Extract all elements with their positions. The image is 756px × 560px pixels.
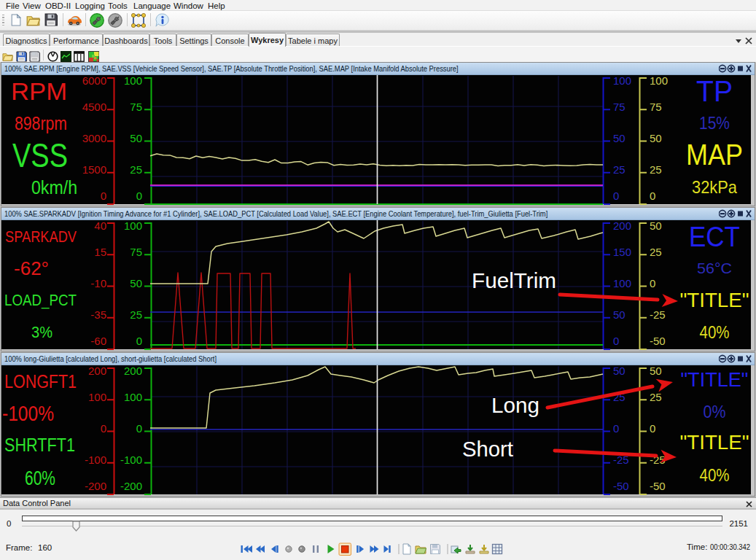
svg-text:15%: 15% (699, 113, 730, 133)
svg-text:25: 25 (650, 391, 662, 403)
svg-text:40%: 40% (700, 465, 730, 485)
svg-text:ECT: ECT (689, 222, 740, 252)
svg-text:MAP: MAP (686, 139, 743, 171)
svg-text:25: 25 (613, 163, 626, 176)
svg-text:-50: -50 (613, 480, 629, 492)
svg-text:50: 50 (650, 365, 662, 377)
svg-text:0: 0 (650, 190, 655, 202)
svg-text:25: 25 (650, 163, 662, 176)
svg-text:50: 50 (650, 220, 662, 232)
svg-text:100: 100 (650, 75, 668, 87)
svg-text:50: 50 (613, 132, 626, 144)
svg-text:56°C: 56°C (697, 260, 732, 276)
svg-text:75: 75 (613, 101, 626, 113)
svg-text:0: 0 (613, 335, 619, 347)
svg-text:0: 0 (650, 277, 655, 289)
svg-text:0: 0 (613, 190, 619, 202)
svg-text:-25: -25 (650, 308, 666, 321)
svg-text:"TITLE": "TITLE" (680, 289, 749, 311)
svg-text:200: 200 (613, 220, 631, 232)
svg-text:-50: -50 (650, 480, 666, 492)
svg-text:50: 50 (613, 365, 626, 377)
svg-text:-50: -50 (650, 335, 666, 347)
svg-text:TP: TP (696, 75, 733, 107)
svg-text:0: 0 (613, 422, 619, 435)
svg-text:50: 50 (650, 132, 662, 144)
svg-text:40%: 40% (700, 322, 730, 342)
svg-text:"TITLE": "TITLE" (681, 368, 749, 391)
svg-text:0: 0 (650, 422, 655, 435)
svg-text:25: 25 (650, 246, 662, 258)
svg-text:150: 150 (613, 246, 631, 258)
svg-text:32kPa: 32kPa (692, 177, 738, 197)
svg-text:"TITLE": "TITLE" (680, 431, 749, 454)
svg-text:0%: 0% (704, 402, 726, 421)
svg-text:75: 75 (650, 101, 662, 113)
svg-text:50: 50 (613, 308, 626, 321)
svg-text:100: 100 (613, 277, 631, 289)
svg-text:100: 100 (613, 75, 631, 87)
